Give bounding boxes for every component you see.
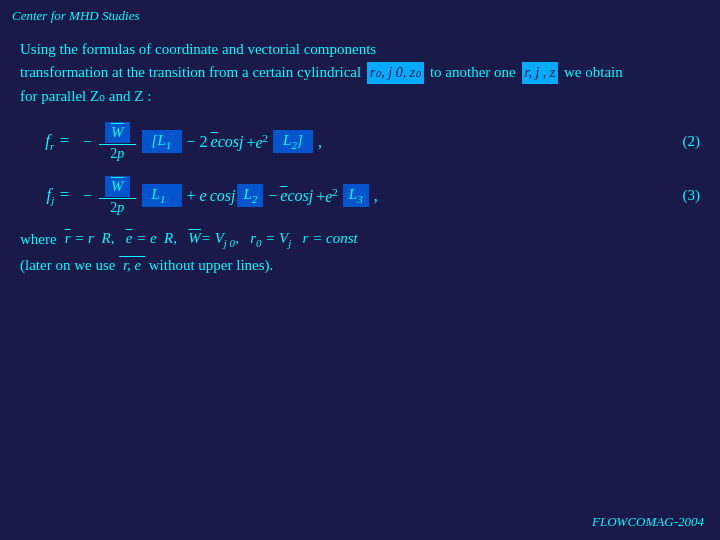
eq3-comma: , xyxy=(374,187,378,205)
eq2-numerator: W xyxy=(99,122,136,145)
eq2-minus2: − 2 xyxy=(187,133,208,151)
eq2-e: e xyxy=(211,133,218,151)
eq3-cosj1: cosj xyxy=(210,187,236,205)
where-label: where xyxy=(20,231,57,248)
eq3-plus1: + e xyxy=(187,187,207,205)
eq3-W-box: W xyxy=(105,176,130,197)
eq3-fraction: W 2p xyxy=(99,176,136,216)
header-title: Center for MHD Studies xyxy=(0,0,720,28)
coord-box-1: r₀, j 0, z₀ xyxy=(367,62,424,84)
equation-2-row: fr = − W 2p [L1 − 2 e cosj +e2 L2] , (2) xyxy=(20,118,700,166)
eq3-denominator: 2p xyxy=(106,199,128,216)
eq2-label: fr = xyxy=(20,131,70,152)
intro-line2-part2: to another one xyxy=(430,64,516,80)
eq3-minus2: − xyxy=(268,187,277,205)
main-content: Using the formulas of coordinate and vec… xyxy=(0,28,720,288)
eq2-cosj: cosj xyxy=(218,133,244,151)
eq3-mid-box: L2 xyxy=(237,184,263,207)
where-section: where r = r R, e = e R, W= Vj 0, r0 = Vj… xyxy=(20,230,700,249)
eq2-minus: − xyxy=(83,133,92,151)
later-section: (later on we use r, e without upper line… xyxy=(20,257,700,274)
later-text-before: (later on we use xyxy=(20,257,115,273)
footer: FLOWCOMAG-2004 xyxy=(592,514,704,530)
intro-paragraph: Using the formulas of coordinate and vec… xyxy=(20,38,700,108)
eq3-minus: − xyxy=(83,187,92,205)
later-vars: r, e xyxy=(119,257,145,273)
intro-line2-part3: we obtain xyxy=(564,64,623,80)
intro-line2-part1: transformation at the transition from a … xyxy=(20,64,361,80)
eq3-bracket-box: L1 xyxy=(142,184,182,207)
intro-line1: Using the formulas of coordinate and vec… xyxy=(20,41,376,57)
eq2-number: (2) xyxy=(683,133,701,150)
eq3-label: fj = xyxy=(20,185,70,206)
eq3-L-box: L3 xyxy=(343,184,369,207)
eq3-cosj2: cosj xyxy=(287,187,313,205)
eq2-body: − W 2p [L1 − 2 e cosj +e2 L2] , xyxy=(80,122,663,162)
eq3-number: (3) xyxy=(683,187,701,204)
equation-3-row: fj = − W 2p L1 + e cosj L2 − e cosj +e2 … xyxy=(20,172,700,220)
eq3-body: − W 2p L1 + e cosj L2 − e cosj +e2 L3 , xyxy=(80,176,663,216)
intro-line3: for parallel Z₀ and Z : xyxy=(20,88,151,104)
eq3-plus2: +e2 xyxy=(316,186,338,206)
eq3-e2: e xyxy=(280,187,287,205)
eq2-bracket-box: [L1 xyxy=(142,130,182,153)
where-relations: r = r R, e = e R, W= Vj 0, r0 = Vj r = c… xyxy=(65,230,358,249)
eq2-plus: +e2 xyxy=(246,132,268,152)
coord-box-2: r, j , z xyxy=(522,62,559,84)
eq2-comma: , xyxy=(318,133,322,151)
eq3-numerator: W xyxy=(99,176,136,199)
eq2-W-box: W xyxy=(105,122,130,143)
eq2-denominator: 2p xyxy=(106,145,128,162)
eq2-L-box: L2] xyxy=(273,130,313,153)
eq2-fraction: W 2p xyxy=(99,122,136,162)
later-text-after: without upper lines). xyxy=(149,257,274,273)
